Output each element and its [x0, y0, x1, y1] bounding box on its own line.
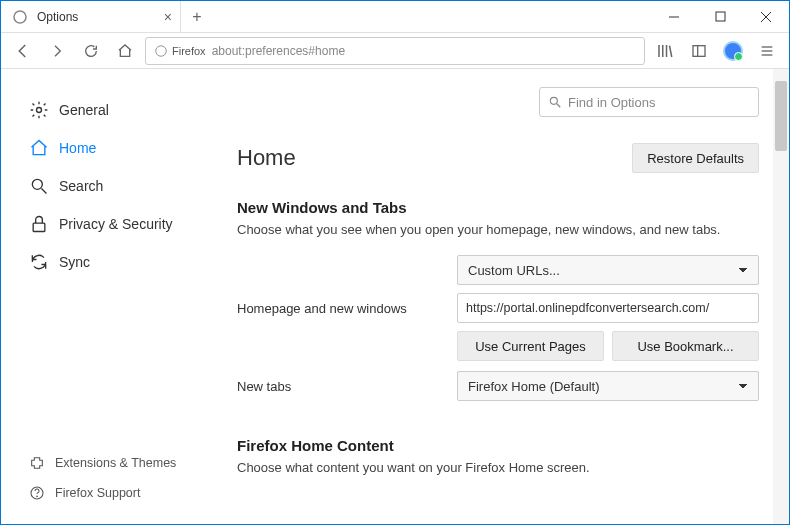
url-bar[interactable]: Firefox about:preferences#home	[145, 37, 645, 65]
toolbar: Firefox about:preferences#home	[1, 33, 789, 69]
section-home-content-title: Firefox Home Content	[237, 437, 759, 454]
homepage-select[interactable]: Custom URLs...	[457, 255, 759, 285]
reload-button[interactable]	[77, 37, 105, 65]
tab-favicon	[11, 8, 29, 26]
use-bookmark-button[interactable]: Use Bookmark...	[612, 331, 759, 361]
find-in-options[interactable]: Find in Options	[539, 87, 759, 117]
menu-button[interactable]	[753, 37, 781, 65]
new-tab-button[interactable]: +	[181, 1, 213, 32]
sidebar-extensions[interactable]: Extensions & Themes	[29, 448, 211, 478]
svg-line-9	[670, 45, 672, 56]
search-icon	[548, 95, 562, 109]
use-current-pages-button[interactable]: Use Current Pages	[457, 331, 604, 361]
sidebar-item-label: Firefox Support	[55, 486, 140, 500]
newtabs-select-value: Firefox Home (Default)	[468, 379, 599, 394]
homepage-label: Homepage and new windows	[237, 301, 457, 316]
svg-point-5	[156, 45, 167, 56]
home-icon	[29, 138, 49, 158]
close-tab-icon[interactable]: ×	[164, 9, 172, 25]
scrollbar-thumb[interactable]	[775, 81, 787, 151]
svg-point-0	[14, 11, 26, 23]
svg-line-22	[557, 104, 561, 108]
section-new-windows-title: New Windows and Tabs	[237, 199, 759, 216]
close-window-button[interactable]	[743, 1, 789, 32]
sidebar-button[interactable]	[685, 37, 713, 65]
homepage-select-value: Custom URLs...	[468, 263, 560, 278]
sidebar-support[interactable]: Firefox Support	[29, 478, 211, 508]
content-area: General Home Search Privacy & Security S…	[1, 69, 789, 524]
identity-box[interactable]: Firefox	[154, 44, 206, 58]
svg-point-16	[32, 179, 42, 189]
identity-label: Firefox	[172, 45, 206, 57]
library-button[interactable]	[651, 37, 679, 65]
profile-button[interactable]	[719, 37, 747, 65]
restore-defaults-button[interactable]: Restore Defaults	[632, 143, 759, 173]
sidebar-item-search[interactable]: Search	[29, 167, 211, 205]
newtabs-select[interactable]: Firefox Home (Default)	[457, 371, 759, 401]
forward-button[interactable]	[43, 37, 71, 65]
firefox-icon	[154, 44, 168, 58]
svg-point-15	[37, 108, 42, 113]
help-icon	[29, 485, 45, 501]
page-title: Home	[237, 145, 296, 171]
sidebar-item-label: Search	[59, 178, 103, 194]
svg-rect-10	[693, 45, 705, 56]
chevron-down-icon	[738, 265, 748, 275]
lock-icon	[29, 214, 49, 234]
sidebar-item-label: Sync	[59, 254, 90, 270]
search-icon	[29, 176, 49, 196]
newtabs-label: New tabs	[237, 379, 457, 394]
browser-tab[interactable]: Options ×	[1, 1, 181, 32]
sidebar-item-general[interactable]: General	[29, 91, 211, 129]
chevron-down-icon	[738, 381, 748, 391]
svg-point-20	[37, 496, 38, 497]
back-button[interactable]	[9, 37, 37, 65]
sidebar-item-privacy[interactable]: Privacy & Security	[29, 205, 211, 243]
svg-point-21	[550, 97, 557, 104]
section-home-content-desc: Choose what content you want on your Fir…	[237, 460, 759, 475]
sidebar-item-label: Home	[59, 140, 96, 156]
sidebar-item-label: Extensions & Themes	[55, 456, 176, 470]
homepage-url-value: https://portal.onlinepdfconvertersearch.…	[466, 301, 709, 315]
home-button[interactable]	[111, 37, 139, 65]
titlebar: Options × +	[1, 1, 789, 33]
url-text: about:preferences#home	[212, 44, 345, 58]
sidebar-item-sync[interactable]: Sync	[29, 243, 211, 281]
main-panel: Find in Options Home Restore Defaults Ne…	[211, 69, 789, 524]
section-new-windows-desc: Choose what you see when you open your h…	[237, 222, 759, 237]
puzzle-icon	[29, 455, 45, 471]
sync-icon	[29, 252, 49, 272]
sidebar-item-home[interactable]: Home	[29, 129, 211, 167]
minimize-button[interactable]	[651, 1, 697, 32]
maximize-button[interactable]	[697, 1, 743, 32]
svg-line-17	[42, 189, 47, 194]
sidebar: General Home Search Privacy & Security S…	[1, 69, 211, 524]
svg-rect-2	[716, 12, 725, 21]
scrollbar-track[interactable]	[773, 69, 789, 524]
sidebar-item-label: General	[59, 102, 109, 118]
search-placeholder: Find in Options	[568, 95, 655, 110]
svg-rect-18	[33, 223, 45, 231]
sidebar-item-label: Privacy & Security	[59, 216, 173, 232]
tab-title: Options	[37, 10, 78, 24]
gear-icon	[29, 100, 49, 120]
window-controls	[651, 1, 789, 32]
homepage-url-input[interactable]: https://portal.onlinepdfconvertersearch.…	[457, 293, 759, 323]
